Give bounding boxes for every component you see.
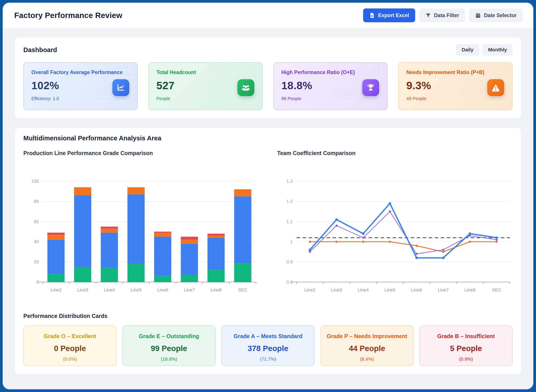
funnel-icon (425, 13, 431, 19)
grade-p-card: Grade P – Needs Improvement 44 People (8… (320, 326, 414, 366)
line-chart-canvas: 0.80.911.11.21.3Line2Line3Line4Line5Line… (277, 174, 513, 301)
svg-text:Line8: Line8 (464, 287, 475, 292)
header-actions: Export Excel Data Filter Date Selector (363, 9, 523, 22)
grade-count: 44 People (324, 344, 410, 353)
grade-count: 0 People (27, 344, 113, 353)
kpi-card-high-performance-ratio: High Performance Ratio (O+E) 18.8% 99 Pe… (273, 62, 388, 110)
content-area: Dashboard Daily Monthly Overall Factory … (3, 28, 533, 374)
export-excel-button[interactable]: Export Excel (363, 9, 415, 22)
svg-text:Line7: Line7 (184, 287, 195, 292)
grade-percentage: (8.4%) (324, 356, 410, 362)
svg-text:Line7: Line7 (438, 287, 449, 292)
distribution-heading: Performance Distribution Cards (23, 313, 513, 319)
kpi-subtext: People (156, 96, 255, 101)
analysis-heading: Multidimensional Performance Analysis Ar… (23, 135, 513, 142)
grade-o-card: Grade O – Excellent 0 People (0.0%) (23, 326, 117, 366)
bar-chart-panel: Production Line Performance Grade Compar… (23, 150, 259, 301)
kpi-subtext: Efficiency: 1.0 (31, 96, 130, 101)
kpi-title: Overall Factory Average Performance (31, 70, 130, 75)
svg-text:0.8: 0.8 (286, 280, 293, 285)
bar-chart-title: Production Line Performance Grade Compar… (23, 150, 259, 156)
bar-chart-canvas: 020406080100Line2Line3Line4Line5Line6Lin… (23, 174, 259, 301)
svg-text:Line4: Line4 (104, 287, 115, 292)
svg-text:Line5: Line5 (131, 287, 142, 292)
people-icon (238, 79, 254, 96)
kpi-card-average-performance: Overall Factory Average Performance 102%… (23, 62, 138, 110)
svg-text:Line2: Line2 (304, 287, 315, 292)
svg-text:Line2: Line2 (51, 287, 62, 292)
grade-percentage: (71.7%) (225, 356, 311, 362)
svg-text:0.9: 0.9 (286, 259, 293, 264)
daily-toggle-button[interactable]: Daily (456, 44, 479, 56)
svg-text:20: 20 (34, 259, 39, 264)
grade-percentage: (0.0%) (27, 356, 113, 362)
svg-text:SEC: SEC (492, 287, 501, 292)
grade-percentage: (0.9%) (423, 356, 509, 362)
charts-grid: Production Line Performance Grade Compar… (23, 150, 513, 301)
dashboard-heading: Dashboard (23, 46, 57, 54)
grade-title: Grade E – Outstanding (126, 333, 212, 340)
distribution-grid: Grade O – Excellent 0 People (0.0%) Grad… (23, 326, 513, 366)
grade-title: Grade B – Insufficient (423, 333, 509, 340)
svg-text:1.1: 1.1 (286, 219, 293, 224)
trophy-icon (362, 79, 379, 96)
calendar-icon (475, 13, 481, 19)
grade-e-card: Grade E – Outstanding 99 People (18.8%) (122, 326, 216, 366)
monthly-toggle-button[interactable]: Monthly (482, 44, 513, 56)
app-window: Factory Performance Review Export Excel … (3, 3, 533, 389)
svg-text:Line6: Line6 (411, 287, 422, 292)
grade-count: 378 People (225, 344, 311, 353)
svg-text:1: 1 (290, 239, 293, 244)
kpi-title: High Performance Ratio (O+E) (281, 70, 380, 75)
grade-title: Grade P – Needs Improvement (324, 333, 410, 340)
svg-text:Line6: Line6 (157, 287, 168, 292)
header-bar: Factory Performance Review Export Excel … (3, 3, 533, 28)
period-toggle-group: Daily Monthly (456, 44, 513, 56)
svg-text:1.2: 1.2 (286, 199, 293, 204)
kpi-title: Needs Improvement Ratio (P+B) (406, 70, 505, 75)
svg-text:60: 60 (34, 219, 39, 224)
grade-count: 5 People (423, 344, 509, 353)
window-frame: Factory Performance Review Export Excel … (0, 0, 536, 392)
grade-title: Grade O – Excellent (27, 333, 113, 340)
svg-text:Line4: Line4 (358, 287, 369, 292)
svg-text:SEC: SEC (238, 287, 247, 292)
analysis-section: Multidimensional Performance Analysis Ar… (15, 128, 521, 374)
line-chart-title: Team Coefficient Comparison (277, 150, 513, 156)
kpi-subtext: 99 People (281, 96, 380, 101)
svg-text:80: 80 (34, 199, 39, 204)
page-title: Factory Performance Review (14, 11, 122, 20)
grade-title: Grade A – Meets Standard (225, 333, 311, 340)
svg-text:40: 40 (34, 239, 39, 244)
export-excel-label: Export Excel (378, 13, 409, 19)
kpi-card-needs-improvement-ratio: Needs Improvement Ratio (P+B) 9.3% 49 Pe… (398, 62, 513, 110)
kpi-grid: Overall Factory Average Performance 102%… (23, 62, 513, 110)
data-filter-label: Data Filter (434, 13, 459, 19)
line-chart-panel: Team Coefficient Comparison 0.80.911.11.… (277, 150, 513, 301)
excel-file-icon (369, 13, 375, 19)
svg-text:1.3: 1.3 (286, 179, 293, 183)
grade-count: 99 People (126, 344, 212, 353)
grade-percentage: (18.8%) (126, 356, 212, 362)
dashboard-section: Dashboard Daily Monthly Overall Factory … (15, 37, 521, 119)
svg-text:Line8: Line8 (210, 287, 222, 292)
line-chart-icon (112, 79, 129, 96)
svg-text:100: 100 (31, 179, 39, 183)
date-selector-label: Date Selector (484, 13, 517, 19)
warning-icon (487, 79, 504, 96)
data-filter-button[interactable]: Data Filter (419, 9, 465, 22)
grade-b-card: Grade B – Insufficient 5 People (0.9%) (419, 326, 513, 366)
svg-text:Line3: Line3 (331, 287, 342, 292)
kpi-subtext: 49 People (406, 96, 505, 101)
svg-text:Line3: Line3 (77, 287, 88, 292)
svg-text:Line5: Line5 (384, 287, 395, 292)
kpi-card-total-headcount: Total Headcount 527 People (148, 62, 263, 110)
kpi-title: Total Headcount (156, 70, 255, 75)
date-selector-button[interactable]: Date Selector (469, 9, 523, 22)
grade-a-card: Grade A – Meets Standard 378 People (71.… (221, 326, 315, 366)
